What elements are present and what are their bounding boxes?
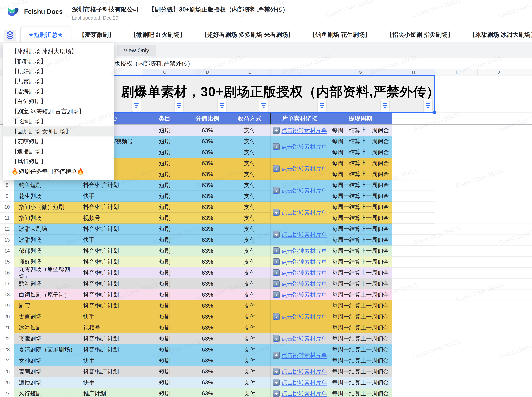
cell-empty-H[interactable] [392,267,435,278]
dropdown-item-1[interactable]: 【郁郁剧场】 [3,56,114,66]
cell-platform[interactable]: 推广计划 [80,388,143,397]
cell-category[interactable]: 短剧 [143,311,186,322]
cell-ratio[interactable]: 63% [186,333,229,344]
dropdown-item-3[interactable]: 【九霄剧场】 [3,76,114,86]
material-link[interactable]: ➜点击跳转素材片单 [273,280,327,288]
cell-empty-H[interactable] [392,289,435,300]
row-number[interactable]: 16 [0,267,14,278]
cell-empty-H[interactable] [392,125,435,136]
cell-empty-H[interactable] [392,377,435,388]
cell-cycle[interactable]: 每周一结算上一周佣金 [329,388,392,397]
cell-cycle[interactable]: 每周一结算上一周佣金 [329,267,392,278]
filter-icon[interactable] [218,99,226,112]
cell-payout[interactable]: 支付 [229,158,271,169]
cell-theater-name[interactable]: 指间小（微）短剧 [14,202,80,213]
cell-category[interactable]: 短剧 [143,278,186,289]
cell-empty-H[interactable] [392,246,435,256]
cell-category[interactable]: 短剧 [143,125,186,136]
cell-ratio[interactable]: 63% [186,125,229,136]
cell-category[interactable]: 短剧 [143,213,186,223]
cell-theater-name[interactable]: 冰甜大剧场 [14,223,80,235]
cell-platform[interactable]: 快手 [80,355,143,366]
dropdown-item-5[interactable]: 【白词短剧】 [3,96,114,106]
cell-material-link[interactable]: ➜点击跳转素材片单 [271,202,329,223]
cell-theater-name[interactable]: 速播剧场 [14,377,80,388]
selection-fill-handle[interactable] [433,111,436,114]
material-link[interactable]: ➜点击跳转素材片单 [273,143,327,151]
cell-cycle[interactable]: 每周一结算上一周佣金 [329,202,392,213]
cell-material-link[interactable]: ➜点击跳转素材片单 [271,377,329,388]
material-link[interactable]: ➜点击跳转素材片单 [273,258,327,266]
cell-cycle[interactable]: 每周一结算上一周佣金 [329,125,392,136]
cell-platform[interactable]: 抖音/推广计划 [80,300,143,311]
cell-ratio[interactable]: 63% [186,355,229,366]
cell-payout[interactable]: 支付 [229,278,271,289]
cell-theater-name[interactable]: 麦萌剧场 [14,366,80,377]
cell-platform[interactable]: 抖音/推广计划 [80,256,143,267]
cell-payout[interactable]: 支付 [229,289,271,300]
cell-payout[interactable]: 支付 [229,246,271,256]
cell-theater-name[interactable]: 指间剧场 [14,213,80,223]
material-link[interactable]: ➜点击跳转素材片单 [273,351,327,359]
cell-category[interactable]: 短剧 [143,235,186,246]
cell-payout[interactable]: 支付 [229,147,271,158]
material-link[interactable]: ➜点击跳转素材片单 [273,313,327,321]
cell-ratio[interactable]: 63% [186,300,229,311]
cell-platform[interactable]: 抖音/推广计划 [80,223,143,235]
cell-platform[interactable]: 抖音/推广计划 [80,333,143,344]
cell-theater-name[interactable]: 白词短剧（原子诗） [14,289,80,300]
cell-theater-name[interactable]: 花生剧场 [14,191,80,202]
cell-ratio[interactable]: 63% [186,366,229,377]
cell-payout[interactable]: 支付 [229,366,271,377]
cell-ratio[interactable]: 63% [186,267,229,278]
cell-ratio[interactable]: 63% [186,180,229,191]
cell-theater-name[interactable]: 郁郁剧场 [14,246,80,256]
cell-cycle[interactable]: 每周一结算上一周佣金 [329,158,392,169]
cell-payout[interactable]: 支付 [229,344,271,355]
cell-material-link[interactable]: ➜点击跳转素材片单 [271,289,329,300]
cell-cycle[interactable]: 每周一结算上一周佣金 [329,246,392,256]
cell-cycle[interactable]: 每周一结算上一周佣金 [329,289,392,300]
row-number[interactable]: 23 [0,344,14,355]
cell-payout[interactable]: 支付 [229,333,271,344]
cell-platform[interactable]: 快手 [80,377,143,388]
cell-category[interactable]: 短剧 [143,246,186,256]
filter-icon[interactable] [318,99,326,112]
cell-payout[interactable]: 支付 [229,267,271,278]
cell-material-link[interactable]: ➜点击跳转素材片单 [271,267,329,278]
cell-theater-name[interactable]: 九霄剧场（原蓝鲸剧场） [14,267,80,278]
cell-payout[interactable]: 支付 [229,191,271,202]
cell-cycle[interactable]: 每周一结算上一周佣金 [329,311,392,322]
dropdown-item-2[interactable]: 【顶好剧场】 [3,66,114,76]
row-number[interactable]: 17 [0,278,14,289]
cell-payout[interactable]: 支付 [229,223,271,235]
cell-platform[interactable]: 抖音/推广计划 [80,180,143,191]
cell-category[interactable]: 短剧 [143,267,186,278]
cell-category[interactable]: 短剧 [143,136,186,147]
cell-platform[interactable]: 视频号 [80,322,143,333]
row-number[interactable]: 22 [0,333,14,344]
cell-platform[interactable]: 抖音/推广计划 [80,366,143,377]
cell-empty-H[interactable] [392,388,435,397]
row-number[interactable]: 20 [0,311,14,322]
cell-ratio[interactable]: 63% [186,223,229,235]
cell-category[interactable]: 短剧 [143,289,186,300]
cell-material-link[interactable]: ➜点击跳转素材片单 [271,158,329,180]
cell-cycle[interactable]: 每周一结算上一周佣金 [329,223,392,235]
cell-platform[interactable]: 抖音/推广计划 [80,289,143,300]
cell-ratio[interactable]: 63% [186,278,229,289]
cell-cycle[interactable]: 每周一结算上一周佣金 [329,213,392,223]
cell-platform[interactable]: 视频号 [80,213,143,223]
material-link[interactable]: ➜点击跳转素材片单 [273,165,327,173]
row-number[interactable]: 21 [0,322,14,333]
dropdown-item-4[interactable]: 【碧海剧场】 [3,86,114,96]
cell-material-link[interactable]: ➜点击跳转素材片单 [271,333,329,344]
row-number[interactable]: 9 [0,191,14,202]
cell-cycle[interactable]: 每周一结算上一周佣金 [329,355,392,366]
cell-empty-H[interactable] [392,300,435,311]
material-link[interactable]: ➜点击跳转素材片单 [273,390,327,397]
cell-category[interactable]: 短剧 [143,191,186,202]
cell-material-link[interactable]: ➜点击跳转素材片单 [271,366,329,377]
row-number[interactable]: 18 [0,289,14,300]
cell-payout[interactable]: 支付 [229,180,271,191]
